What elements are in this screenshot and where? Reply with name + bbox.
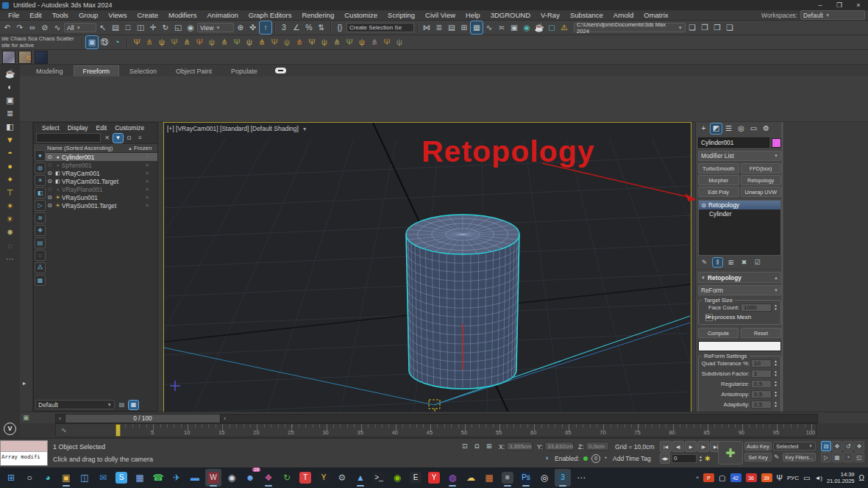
photos-app[interactable]: ▲: [352, 469, 369, 487]
list-item[interactable]: ⊙ ☀ VRaySun001.Target ✳: [46, 201, 157, 209]
visibility-eye-icon[interactable]: ⊙: [46, 162, 54, 168]
adaptivity-field[interactable]: 0,5: [751, 401, 772, 409]
spinner-snap-icon[interactable]: ⇅: [316, 21, 327, 34]
vegetation-tool-icon[interactable]: ψ: [156, 36, 168, 49]
vegetation-tool-icon[interactable]: ⋔: [369, 36, 380, 49]
key-mode-icon[interactable]: ✱: [705, 455, 711, 462]
name-column-header[interactable]: Name (Sorted Ascending): [47, 145, 128, 151]
filter-geometry-icon[interactable]: ◍: [35, 162, 46, 173]
material-editor-icon[interactable]: ◉: [521, 21, 533, 34]
angle-snap-icon[interactable]: ∠: [291, 21, 302, 34]
vray-render-icon[interactable]: ☕: [4, 68, 17, 79]
remove-modifier-icon[interactable]: ✖: [739, 258, 749, 267]
vray-dome-light-icon[interactable]: ◓: [4, 148, 17, 158]
utilities-tab-icon[interactable]: ⚙: [761, 123, 772, 134]
zoom-all-icon[interactable]: ✥: [832, 441, 842, 451]
vegetation-tool-icon[interactable]: Ψ: [231, 36, 243, 49]
select-and-place-icon[interactable]: ◉: [185, 21, 196, 34]
spinner-arrows[interactable]: ▲▼: [698, 455, 703, 462]
vegetation-tool-icon[interactable]: ⋔: [143, 36, 155, 49]
tab-freeform[interactable]: Freeform: [74, 65, 120, 76]
list-item[interactable]: ⊙ ◧ VRayCam001 ✳: [46, 169, 157, 177]
viewport[interactable]: [+] [VRayCam001] [Standard] [Default Sha…: [163, 122, 691, 413]
search-button[interactable]: ○: [21, 469, 38, 487]
menu-item[interactable]: Omatrix: [638, 11, 673, 19]
rectangular-region-icon[interactable]: □: [122, 21, 134, 34]
current-frame-field[interactable]: 0: [672, 454, 697, 463]
anisotropy-field[interactable]: 0,5: [751, 390, 772, 398]
time-slider-handle[interactable]: 0 / 100: [65, 415, 221, 423]
frozen-column-header[interactable]: Frozen: [134, 145, 157, 151]
explorer-menu-edit[interactable]: Edit: [93, 124, 111, 132]
macro-button[interactable]: [2, 51, 15, 64]
vray-geosphere-light-icon[interactable]: ✦: [4, 174, 17, 184]
people-app[interactable]: ☻28: [242, 469, 258, 487]
filter-cameras-icon[interactable]: ◧: [35, 187, 46, 198]
track-bar[interactable]: ∿ 05101520253035404550556065707580859095…: [20, 423, 868, 438]
unwrap-uvw-button[interactable]: Unwrap UVW: [741, 187, 782, 197]
pan-icon[interactable]: ▷: [821, 452, 831, 462]
speaker-icon[interactable]: ◄): [814, 475, 822, 481]
vegetation-tool-icon[interactable]: ⋔: [256, 36, 268, 49]
tab-modeling[interactable]: Modeling: [27, 66, 72, 76]
object-name[interactable]: VRayPlane001: [62, 186, 137, 193]
asset-tracking-icon[interactable]: ❐: [699, 21, 711, 34]
key-mode-dropdown[interactable]: Selected ▼: [773, 442, 816, 451]
render-setup-icon[interactable]: ☕: [533, 21, 545, 34]
open-folder-icon[interactable]: ❒: [711, 21, 723, 34]
yandex-browser[interactable]: Y: [426, 469, 442, 487]
tab-populate[interactable]: Populate: [222, 66, 266, 76]
render-warning-icon[interactable]: ⚠: [558, 21, 570, 34]
zoom-extents-icon[interactable]: ↺: [843, 441, 853, 451]
curve-editor-icon[interactable]: ∿: [483, 21, 495, 34]
menu-item[interactable]: Arnold: [608, 11, 638, 19]
photoshop[interactable]: Ps: [518, 469, 534, 487]
key-mode-toggle-icon[interactable]: ◀▶: [660, 453, 670, 464]
snaps-toggle-icon[interactable]: 3: [278, 21, 290, 34]
display-tab-icon[interactable]: ▭: [748, 123, 759, 134]
dope-sheet-icon[interactable]: ≍: [496, 21, 508, 34]
frozen-toggle-icon[interactable]: ✳: [137, 187, 157, 193]
calculator[interactable]: ▦: [132, 469, 148, 487]
explorer-menu-select[interactable]: Select: [38, 124, 63, 132]
list-item[interactable]: ⊙ ● Cylinder001 ✳: [46, 153, 157, 161]
edit-poly-button[interactable]: Edit Poly: [698, 187, 739, 197]
display-tray-icon[interactable]: ▭: [803, 474, 810, 482]
vray-more-icon[interactable]: ⋯: [4, 254, 17, 264]
x-coordinate-field[interactable]: 3,655cm: [506, 442, 533, 451]
frozen-toggle-icon[interactable]: ✳: [137, 162, 157, 168]
filter-bones-icon[interactable]: ⁂: [35, 262, 46, 273]
tor-browser[interactable]: ◍: [444, 469, 460, 487]
notification-bell-icon[interactable]: Ω: [859, 474, 864, 482]
vegetation-tool-icon[interactable]: Ψ: [306, 36, 318, 49]
face-count-field[interactable]: 1000: [741, 304, 772, 312]
badge-blue[interactable]: 42: [730, 473, 741, 482]
menu-item[interactable]: Edit: [24, 11, 46, 19]
vegetation-tool-icon[interactable]: Ψ: [268, 36, 280, 49]
key-filters-button[interactable]: Key Filters...: [783, 453, 816, 462]
vegetation-tool-icon[interactable]: ⋔: [181, 36, 193, 49]
object-name[interactable]: VRayCam001: [62, 170, 137, 177]
menu-item[interactable]: 3DGROUND: [485, 11, 536, 19]
skype[interactable]: S: [113, 469, 129, 487]
track-bar-ruler[interactable]: [55, 423, 817, 437]
visibility-eye-icon[interactable]: ⊙: [46, 154, 54, 160]
project-folder-icon[interactable]: ❏: [686, 21, 698, 34]
time-slider-groove[interactable]: ‹ 0 / 100 ›: [55, 414, 818, 423]
grid-view-icon[interactable]: ▦: [129, 401, 138, 409]
vegetation-tool-icon[interactable]: ψ: [394, 36, 405, 49]
select-and-link-icon[interactable]: ∞: [26, 21, 38, 34]
regularize-field[interactable]: 0,5: [751, 380, 772, 388]
make-unique-icon[interactable]: ⊞: [726, 258, 736, 267]
object-name-field[interactable]: Cylinder001: [698, 137, 769, 148]
scene-explorer-icon[interactable]: ⊞: [458, 21, 470, 34]
previous-frame-arrow[interactable]: ‹: [56, 415, 64, 423]
menu-item[interactable]: Civil View: [420, 11, 460, 19]
outlook[interactable]: ✉: [95, 469, 111, 487]
clear-search-icon[interactable]: ✕: [102, 134, 112, 143]
menu-item[interactable]: Substance: [565, 11, 608, 19]
hierarchy-tab-icon[interactable]: ☰: [723, 123, 734, 134]
redo-icon[interactable]: ↷: [14, 21, 26, 34]
isolate-selection-icon[interactable]: ⊡: [462, 442, 468, 450]
overflow-button[interactable]: ⋯: [573, 469, 589, 487]
